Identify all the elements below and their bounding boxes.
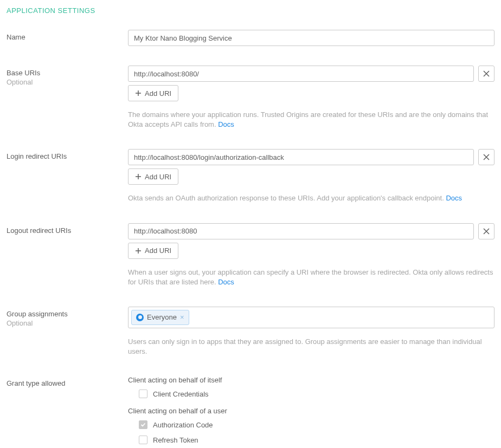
groups-label: Group assignments bbox=[7, 310, 128, 318]
form-row-base-uris: Base URIs Optional Add URI The domains w… bbox=[7, 66, 494, 129]
logout-uris-label: Logout redirect URIs bbox=[7, 226, 128, 235]
add-base-uri-button[interactable]: Add URI bbox=[128, 85, 178, 101]
close-icon bbox=[483, 70, 490, 77]
groups-input[interactable]: Everyone × bbox=[128, 307, 494, 328]
group-tag-everyone: Everyone × bbox=[131, 310, 189, 325]
name-input[interactable] bbox=[128, 30, 494, 46]
check-icon bbox=[140, 422, 146, 427]
form-row-login-uris: Login redirect URIs Add URI Okta sends a… bbox=[7, 149, 494, 203]
plus-icon bbox=[135, 248, 142, 254]
add-uri-label: Add URI bbox=[145, 89, 171, 98]
login-uris-help: Okta sends an OAuth authorization respon… bbox=[128, 193, 494, 203]
remove-logout-uri-button[interactable] bbox=[478, 223, 494, 239]
logout-uris-docs-link[interactable]: Docs bbox=[218, 278, 234, 286]
add-uri-label: Add URI bbox=[145, 246, 171, 255]
form-row-name: Name bbox=[7, 30, 494, 46]
close-icon bbox=[483, 228, 490, 235]
logout-uris-help: When a user signs out, your application … bbox=[128, 268, 494, 287]
plus-icon bbox=[135, 90, 142, 96]
base-uris-docs-link[interactable]: Docs bbox=[218, 120, 234, 128]
checkbox-row-authorization-code: Authorization Code bbox=[128, 420, 494, 429]
refresh-token-checkbox[interactable] bbox=[139, 436, 147, 444]
base-uri-input[interactable] bbox=[128, 66, 474, 82]
base-uri-row bbox=[128, 66, 494, 82]
groups-help: Users can only sign in to apps that they… bbox=[128, 337, 494, 356]
base-uris-label: Base URIs bbox=[7, 69, 128, 77]
base-uris-help: The domains where your application runs.… bbox=[128, 110, 494, 129]
remove-login-uri-button[interactable] bbox=[478, 149, 494, 165]
login-uri-input[interactable] bbox=[128, 149, 474, 165]
logout-uri-input[interactable] bbox=[128, 223, 474, 239]
login-uris-docs-link[interactable]: Docs bbox=[446, 194, 462, 202]
form-row-grant: Grant type allowed Client acting on beha… bbox=[7, 376, 494, 448]
authorization-code-checkbox[interactable] bbox=[139, 420, 147, 429]
add-uri-label: Add URI bbox=[145, 173, 171, 181]
remove-group-tag[interactable]: × bbox=[180, 314, 184, 321]
remove-base-uri-button[interactable] bbox=[478, 66, 494, 82]
add-logout-uri-button[interactable]: Add URI bbox=[128, 243, 178, 259]
plus-icon bbox=[135, 173, 142, 180]
close-icon bbox=[483, 154, 490, 160]
grant-heading-user: Client acting on behalf of a user bbox=[128, 407, 494, 415]
group-tag-label: Everyone bbox=[147, 313, 177, 321]
grant-heading-itself: Client acting on behalf of itself bbox=[128, 376, 494, 384]
form-row-groups: Group assignments Optional Everyone × Us… bbox=[7, 307, 494, 356]
checkbox-row-client-credentials: Client Credentials bbox=[128, 389, 494, 398]
okta-icon bbox=[136, 314, 144, 321]
grant-label: Grant type allowed bbox=[7, 379, 128, 387]
logout-uri-row bbox=[128, 223, 494, 239]
client-credentials-checkbox[interactable] bbox=[139, 389, 147, 398]
authorization-code-label: Authorization Code bbox=[153, 421, 213, 429]
login-uris-label: Login redirect URIs bbox=[7, 152, 128, 160]
checkbox-row-refresh-token: Refresh Token bbox=[128, 436, 494, 444]
client-credentials-label: Client Credentials bbox=[153, 390, 209, 398]
add-login-uri-button[interactable]: Add URI bbox=[128, 168, 178, 185]
refresh-token-label: Refresh Token bbox=[153, 436, 198, 444]
login-uri-row bbox=[128, 149, 494, 165]
groups-optional: Optional bbox=[7, 319, 128, 327]
form-row-logout-uris: Logout redirect URIs Add URI When a user… bbox=[7, 223, 494, 287]
name-label: Name bbox=[7, 33, 128, 41]
section-title: APPLICATION SETTINGS bbox=[7, 7, 494, 15]
base-uris-optional: Optional bbox=[7, 78, 128, 86]
